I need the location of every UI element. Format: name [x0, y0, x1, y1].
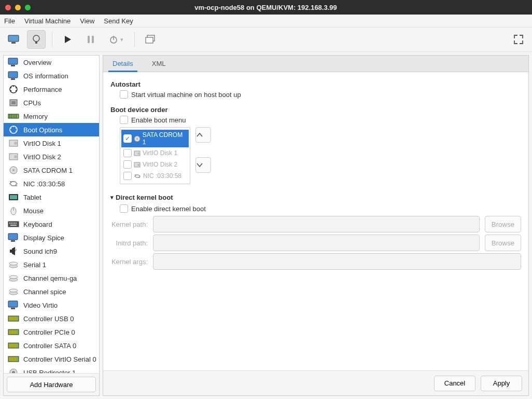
- sidebar-item-vdisk1[interactable]: VirtIO Disk 1: [4, 136, 99, 150]
- sidebar-item-label: CPUs: [23, 99, 41, 107]
- svg-rect-22: [11, 101, 16, 104]
- ctlsata-icon: [8, 341, 19, 350]
- boot-device-row[interactable]: VirtIO Disk 2: [121, 159, 189, 170]
- chevron-up-icon: [196, 132, 203, 137]
- keyboard-icon: [8, 219, 19, 229]
- detail-tabs: Details XML: [103, 56, 528, 72]
- close-window-button[interactable]: [5, 5, 11, 10]
- sidebar-item-display[interactable]: Display Spice: [4, 231, 99, 244]
- sidebar-item-chanspice[interactable]: Channel spice: [4, 285, 99, 298]
- boot-device-list[interactable]: SATA CDROM 1VirtIO Disk 1VirtIO Disk 2NI…: [120, 127, 190, 184]
- sidebar-item-ctlusb[interactable]: Controller USB 0: [4, 312, 99, 325]
- enable-kernel-row[interactable]: Enable direct kernel boot: [120, 204, 521, 213]
- sidebar-item-serial[interactable]: Serial 1: [4, 258, 99, 271]
- svg-rect-12: [11, 65, 15, 66]
- pause-button[interactable]: [81, 30, 100, 49]
- sidebar-item-label: VirtIO Disk 2: [23, 153, 61, 161]
- sidebar-item-boot[interactable]: Boot Options: [4, 123, 99, 136]
- minimize-window-button[interactable]: [15, 5, 21, 10]
- kernel-browse-button: Browse: [485, 216, 521, 232]
- sidebar-item-osinfo[interactable]: OS information: [4, 69, 99, 82]
- snapshots-button[interactable]: [141, 30, 160, 49]
- boot-device-checkbox[interactable]: [123, 160, 132, 169]
- cpus-icon: [8, 98, 19, 107]
- svg-point-61: [9, 289, 18, 292]
- sidebar-item-label: Mouse: [23, 207, 44, 215]
- run-button[interactable]: [59, 30, 77, 49]
- sidebar-item-label: Controller VirtIO Serial 0: [23, 355, 96, 363]
- svg-rect-14: [11, 78, 15, 80]
- sidebar-item-ctlsata[interactable]: Controller SATA 0: [4, 339, 99, 352]
- apply-button[interactable]: Apply: [481, 376, 522, 391]
- kernel-args-label: Kernel args:: [110, 258, 148, 266]
- boot-device-row[interactable]: VirtIO Disk 1: [121, 147, 189, 159]
- ctlpcie-icon: [8, 327, 19, 337]
- svg-marker-4: [65, 36, 71, 43]
- svg-text:♪: ♪: [15, 247, 17, 252]
- boot-device-row[interactable]: NIC :03:30:58: [121, 170, 189, 182]
- footer: Cancel Apply: [103, 370, 528, 395]
- console-button[interactable]: [4, 30, 23, 49]
- menu-virtual-machine[interactable]: Virtual Machine: [24, 17, 71, 25]
- boot-device-checkbox[interactable]: [123, 172, 132, 180]
- svg-rect-52: [11, 240, 15, 242]
- nic-icon: [134, 173, 141, 179]
- enable-boot-menu-checkbox[interactable]: [120, 116, 128, 124]
- initrd-path-input: [153, 235, 480, 251]
- add-hardware-button[interactable]: Add Hardware: [7, 377, 96, 392]
- details-button[interactable]: [27, 30, 46, 49]
- sidebar-item-vdisk2[interactable]: VirtIO Disk 2: [4, 150, 99, 163]
- boot-device-label: VirtIO Disk 1: [143, 149, 177, 157]
- boot-device-checkbox[interactable]: [123, 134, 132, 143]
- boot-device-checkbox[interactable]: [123, 149, 132, 157]
- hardware-list[interactable]: OverviewOS informationPerformanceCPUsMem…: [4, 56, 99, 373]
- menubar: File Virtual Machine View Send Key: [0, 15, 532, 27]
- sidebar-item-keyboard[interactable]: Keyboard: [4, 217, 99, 231]
- sidebar-item-sound[interactable]: ♪Sound ich9: [4, 244, 99, 258]
- enable-kernel-checkbox[interactable]: [120, 204, 128, 213]
- sidebar-item-overview[interactable]: Overview: [4, 56, 99, 69]
- boot-move-up-button[interactable]: [195, 127, 211, 143]
- tab-details[interactable]: Details: [103, 56, 143, 72]
- sidebar-item-video[interactable]: Video Virtio: [4, 298, 99, 312]
- sidebar-item-cdrom[interactable]: SATA CDROM 1: [4, 163, 99, 177]
- boot-icon: [8, 125, 19, 134]
- sidebar-item-ctlvserial[interactable]: Controller VirtIO Serial 0: [4, 352, 99, 366]
- sidebar-item-performance[interactable]: Performance: [4, 82, 99, 96]
- cancel-button[interactable]: Cancel: [434, 376, 475, 391]
- sidebar-item-chanqemu[interactable]: Channel qemu-ga: [4, 271, 99, 285]
- sidebar-item-tablet[interactable]: Tablet: [4, 190, 99, 204]
- display-icon: [8, 233, 19, 242]
- direct-kernel-expander[interactable]: Direct kernel boot: [110, 194, 521, 201]
- boot-move-down-button[interactable]: [195, 157, 211, 173]
- sidebar-item-nic[interactable]: NIC :03:30:58: [4, 177, 99, 190]
- sidebar-item-mouse[interactable]: Mouse: [4, 204, 99, 217]
- tab-xml[interactable]: XML: [143, 56, 175, 72]
- titlebar: vm-ocp-node58 on QEMU/KVM: 192.168.3.99: [0, 0, 532, 15]
- shutdown-button[interactable]: ▾: [104, 30, 128, 49]
- svg-rect-48: [14, 223, 15, 224]
- sidebar-item-label: Sound ich9: [23, 247, 57, 255]
- menu-view[interactable]: View: [80, 17, 94, 25]
- autostart-checkbox[interactable]: [120, 90, 128, 99]
- dropdown-arrow-icon: ▾: [120, 36, 123, 43]
- svg-rect-75: [15, 344, 16, 347]
- sidebar-item-usbredir[interactable]: USB Redirector 1: [4, 366, 99, 373]
- fullscreen-button[interactable]: [509, 30, 528, 49]
- autostart-checkbox-row[interactable]: Start virtual machine on host boot up: [120, 90, 521, 99]
- memory-icon: [8, 112, 19, 121]
- sidebar-item-memory[interactable]: Memory: [4, 109, 99, 123]
- window-title: vm-ocp-node58 on QEMU/KVM: 192.168.3.99: [31, 4, 501, 11]
- svg-point-35: [14, 142, 17, 145]
- enable-boot-menu-row[interactable]: Enable boot menu: [120, 116, 521, 124]
- sidebar-item-ctlpcie[interactable]: Controller PCIe 0: [4, 325, 99, 339]
- menu-send-key[interactable]: Send Key: [104, 17, 133, 25]
- sidebar-item-cpus[interactable]: CPUs: [4, 96, 99, 109]
- maximize-window-button[interactable]: [25, 5, 31, 10]
- tablet-icon: [8, 192, 19, 202]
- svg-rect-51: [8, 233, 18, 240]
- svg-rect-78: [12, 357, 13, 361]
- fullscreen-icon: [514, 35, 523, 44]
- boot-device-row[interactable]: SATA CDROM 1: [121, 130, 189, 147]
- menu-file[interactable]: File: [4, 17, 15, 25]
